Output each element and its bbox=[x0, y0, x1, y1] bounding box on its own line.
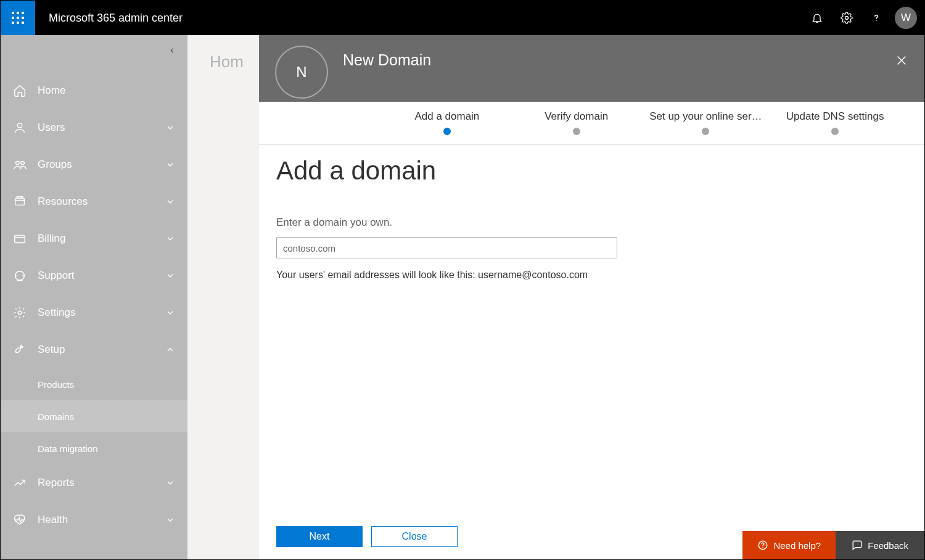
svg-point-10 bbox=[876, 20, 877, 22]
wizard-step-3[interactable]: Set up your online ser… bbox=[641, 110, 771, 144]
svg-rect-6 bbox=[12, 22, 14, 24]
panel-close-button[interactable] bbox=[895, 54, 908, 67]
sidebar-collapse-button[interactable] bbox=[168, 46, 176, 55]
sidebar-item-label: Groups bbox=[38, 159, 72, 171]
svg-point-18 bbox=[18, 311, 22, 315]
wizard-step-label: Add a domain bbox=[386, 110, 508, 123]
panel-avatar: N bbox=[275, 46, 328, 99]
close-icon bbox=[895, 54, 908, 67]
panel-title: New Domain bbox=[343, 51, 431, 69]
chevron-down-icon bbox=[165, 197, 175, 207]
sidebar-item-home[interactable]: Home bbox=[1, 72, 187, 109]
next-button[interactable]: Next bbox=[276, 526, 363, 547]
wizard-step-label: Update DNS settings bbox=[774, 110, 896, 123]
wizard-step-1[interactable]: Add a domain bbox=[382, 110, 512, 144]
top-bar: Microsoft 365 admin center W bbox=[1, 1, 924, 35]
svg-rect-2 bbox=[22, 12, 24, 14]
chevron-down-icon bbox=[165, 234, 175, 244]
chevron-down-icon bbox=[165, 308, 175, 318]
sidebar-item-billing[interactable]: Billing bbox=[1, 220, 187, 257]
sidebar-item-users[interactable]: Users bbox=[1, 109, 187, 146]
notifications-button[interactable] bbox=[804, 1, 831, 35]
svg-rect-16 bbox=[15, 236, 25, 243]
chevron-down-icon bbox=[165, 160, 175, 170]
billing-icon bbox=[13, 232, 27, 245]
sidebar-item-support[interactable]: Support bbox=[1, 257, 187, 294]
sidebar-item-resources[interactable]: Resources bbox=[1, 183, 187, 220]
panel-header: N New Domain bbox=[259, 36, 924, 102]
sidebar-item-label: Home bbox=[38, 84, 65, 97]
sidebar-item-label: Reports bbox=[38, 477, 75, 489]
chevron-down-icon bbox=[165, 123, 175, 133]
svg-point-11 bbox=[17, 123, 22, 128]
sidebar-item-label: Users bbox=[38, 121, 65, 134]
panel-heading: Add a domain bbox=[276, 156, 907, 186]
app-title: Microsoft 365 admin center bbox=[49, 12, 183, 25]
close-button[interactable]: Close bbox=[371, 526, 458, 547]
sidebar-item-groups[interactable]: Groups bbox=[1, 146, 187, 183]
feedback-icon bbox=[852, 540, 863, 551]
health-icon bbox=[13, 513, 27, 527]
sidebar-item-health[interactable]: Health bbox=[1, 501, 187, 538]
sidebar-item-label: Settings bbox=[38, 307, 75, 319]
sidebar-item-label: Health bbox=[38, 514, 68, 526]
sidebar-item-label: Resources bbox=[38, 196, 88, 208]
bell-icon bbox=[811, 12, 823, 24]
settings-button[interactable] bbox=[833, 1, 860, 35]
svg-rect-15 bbox=[17, 197, 22, 199]
sidebar: HomeUsersGroupsResourcesBillingSupportSe… bbox=[1, 35, 187, 559]
wizard-steps: Add a domainVerify domainSet up your onl… bbox=[259, 102, 924, 145]
svg-point-23 bbox=[763, 547, 764, 548]
chevron-down-icon bbox=[165, 271, 175, 281]
wizard-step-dot bbox=[831, 128, 839, 135]
svg-rect-14 bbox=[15, 199, 25, 205]
wizard-step-4[interactable]: Update DNS settings bbox=[770, 110, 900, 144]
svg-rect-0 bbox=[12, 12, 14, 14]
group-icon bbox=[13, 158, 27, 171]
svg-rect-4 bbox=[17, 17, 19, 19]
sidebar-item-label: Billing bbox=[38, 233, 65, 245]
svg-rect-1 bbox=[17, 12, 19, 14]
reports-icon bbox=[13, 476, 27, 490]
add-domain-panel: N New Domain Add a domainVerify domainSe… bbox=[259, 35, 924, 559]
chevron-down-icon bbox=[165, 478, 175, 488]
need-help-label: Need help? bbox=[773, 540, 821, 551]
help-button[interactable] bbox=[863, 1, 890, 35]
help-circle-icon bbox=[757, 540, 768, 551]
sidebar-item-settings[interactable]: Settings bbox=[1, 294, 187, 331]
sidebar-item-reports[interactable]: Reports bbox=[1, 464, 187, 501]
resources-icon bbox=[13, 195, 27, 208]
domain-hint: Your users' email addresses will look li… bbox=[276, 270, 907, 281]
wizard-step-label: Verify domain bbox=[516, 110, 638, 123]
account-avatar[interactable]: W bbox=[895, 7, 917, 29]
domain-input-label: Enter a domain you own. bbox=[276, 216, 907, 229]
sidebar-subitem-domains[interactable]: Domains bbox=[1, 400, 187, 432]
sidebar-subitem-data-migration[interactable]: Data migration bbox=[1, 432, 187, 464]
need-help-button[interactable]: Need help? bbox=[742, 531, 836, 559]
app-launcher-button[interactable] bbox=[1, 1, 35, 35]
wizard-step-dot bbox=[443, 128, 451, 135]
chevron-left-icon bbox=[168, 46, 176, 55]
settings-icon bbox=[13, 306, 27, 319]
svg-point-19 bbox=[20, 346, 22, 348]
feedback-button[interactable]: Feedback bbox=[836, 531, 924, 559]
domain-input[interactable] bbox=[276, 237, 617, 258]
svg-rect-3 bbox=[12, 17, 14, 19]
chevron-down-icon bbox=[165, 515, 175, 525]
setup-icon bbox=[13, 343, 27, 356]
wizard-step-label: Set up your online ser… bbox=[645, 110, 767, 123]
svg-point-12 bbox=[16, 162, 19, 165]
gear-icon bbox=[841, 12, 853, 24]
user-icon bbox=[13, 121, 27, 134]
wizard-step-dot bbox=[702, 128, 709, 135]
chevron-up-icon bbox=[165, 345, 175, 355]
svg-rect-5 bbox=[22, 17, 24, 19]
svg-point-13 bbox=[21, 162, 25, 165]
sidebar-subitem-products[interactable]: Products bbox=[1, 368, 187, 400]
svg-rect-8 bbox=[22, 22, 24, 24]
wizard-step-dot bbox=[573, 128, 580, 135]
question-icon bbox=[871, 12, 882, 23]
sidebar-item-setup[interactable]: Setup bbox=[1, 331, 187, 368]
sidebar-item-label: Support bbox=[38, 270, 75, 282]
wizard-step-2[interactable]: Verify domain bbox=[512, 110, 641, 144]
